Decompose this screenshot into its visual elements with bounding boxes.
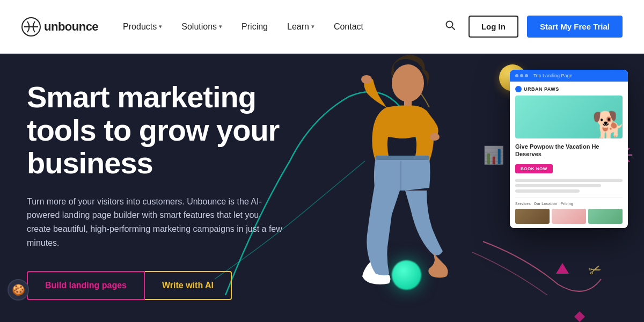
lp-card-header: Top Landing Page: [510, 70, 628, 82]
hero-section: Smart marketing tools to grow your busin…: [0, 54, 644, 322]
lp-placeholder-bar: [515, 179, 623, 182]
navbar: unbounce Products ▾ Solutions ▾ Pricing …: [0, 0, 644, 54]
nav-item-products[interactable]: Products ▾: [114, 18, 171, 36]
build-landing-pages-button[interactable]: Build landing pages: [27, 271, 145, 300]
lp-card-dot: [520, 74, 523, 77]
chevron-down-icon: ▾: [159, 23, 162, 30]
chart-icon-decoration: 📊: [483, 145, 504, 165]
hero-visual: ✳ 📊 ✂: [279, 54, 644, 322]
hero-buttons: Build landing pages Write with AI: [27, 271, 284, 300]
person-svg: [317, 54, 483, 322]
nav-item-pricing[interactable]: Pricing: [233, 18, 276, 36]
hero-person-figure: [317, 54, 483, 322]
lp-placeholder-bar: [515, 189, 580, 193]
lp-card-dot: [525, 74, 528, 77]
landing-page-card-mockup: Top Landing Page URBAN PAWS 🐕 Give Powpo…: [510, 70, 628, 228]
lp-card-body: URBAN PAWS 🐕 Give Powpow the Vacation He…: [510, 82, 628, 228]
lp-brand-dot: [515, 86, 522, 92]
lp-card-image: 🐕: [515, 96, 623, 138]
nav-item-learn[interactable]: Learn ▾: [279, 18, 323, 36]
triangle-decoration: [556, 263, 569, 274]
lp-placeholder-bar: [515, 184, 601, 187]
svg-line-3: [452, 27, 455, 30]
lp-image-thumb: [515, 209, 550, 224]
lp-cta-button: BOOK NOW: [515, 164, 553, 173]
nav-item-contact[interactable]: Contact: [325, 18, 372, 36]
svg-point-5: [392, 64, 424, 102]
lp-card-dot: [515, 74, 518, 77]
dog-emoji: 🐕: [592, 110, 623, 138]
nav-links: Products ▾ Solutions ▾ Pricing Learn ▾ C…: [114, 18, 441, 36]
lp-image-thumb: [552, 209, 586, 224]
nav-item-solutions[interactable]: Solutions ▾: [173, 18, 231, 36]
chevron-down-icon: ▾: [311, 23, 314, 30]
lp-card-dots: [515, 74, 528, 77]
search-icon: [445, 20, 456, 31]
logo-text: unbounce: [44, 20, 98, 34]
lp-section-label: Services: [515, 202, 531, 206]
lp-divider: [515, 197, 623, 197]
lp-section-label: Pricing: [560, 202, 573, 206]
lp-brand: URBAN PAWS: [515, 86, 623, 92]
svg-rect-9: [376, 156, 429, 160]
lp-card-tab-label: Top Landing Page: [533, 73, 573, 78]
lp-image-thumb: [588, 209, 623, 224]
svg-point-7: [361, 75, 372, 84]
hero-content: Smart marketing tools to grow your busin…: [0, 54, 311, 321]
lp-section-label: Our Location: [534, 202, 558, 206]
search-button[interactable]: [441, 16, 460, 38]
nav-right: Log In Start My Free Trial: [441, 16, 623, 38]
scissors-decoration: ✂: [586, 260, 604, 281]
lp-brand-name: URBAN PAWS: [524, 86, 559, 92]
write-with-ai-button[interactable]: Write with AI: [145, 271, 232, 300]
trial-button[interactable]: Start My Free Trial: [527, 16, 623, 38]
lp-images-row: [515, 209, 623, 224]
svg-point-8: [430, 133, 440, 141]
hero-title: Smart marketing tools to grow your busin…: [27, 80, 284, 180]
logo-icon: [21, 17, 41, 36]
chevron-down-icon: ▾: [219, 23, 222, 30]
login-button[interactable]: Log In: [469, 16, 518, 38]
hero-subtitle: Turn more of your visitors into customer…: [27, 195, 284, 250]
logo-link[interactable]: unbounce: [21, 17, 98, 36]
lp-section-labels: Services Our Location Pricing: [515, 202, 623, 206]
lp-card-title: Give Powpow the Vacation He Deserves: [515, 143, 623, 158]
